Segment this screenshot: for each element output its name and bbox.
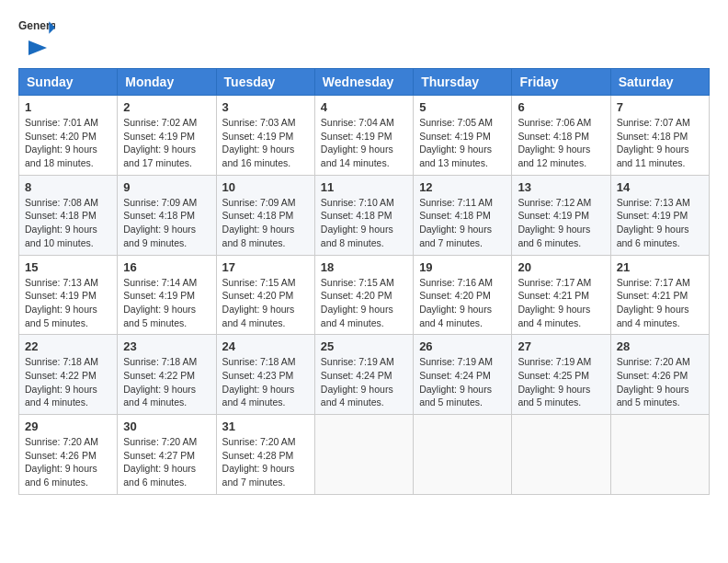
sunset-label: Sunset: 4:19 PM bbox=[222, 131, 294, 142]
calendar-cell: 13 Sunrise: 7:12 AM Sunset: 4:19 PM Dayl… bbox=[512, 175, 610, 255]
sunset-label: Sunset: 4:26 PM bbox=[25, 450, 97, 461]
sunrise-label: Sunrise: 7:09 AM bbox=[222, 197, 296, 208]
sunrise-label: Sunrise: 7:04 AM bbox=[321, 117, 394, 128]
sunset-label: Sunset: 4:19 PM bbox=[617, 210, 688, 221]
logo-icon: General bbox=[18, 18, 55, 37]
sunset-label: Sunset: 4:20 PM bbox=[222, 290, 294, 301]
daylight-label: Daylight: 9 hours and 6 minutes. bbox=[617, 224, 689, 248]
sunrise-label: Sunrise: 7:18 AM bbox=[25, 356, 98, 367]
day-info: Sunrise: 7:15 AM Sunset: 4:20 PM Dayligh… bbox=[222, 276, 309, 330]
sunrise-label: Sunrise: 7:10 AM bbox=[321, 197, 394, 208]
logo-flag-icon bbox=[25, 39, 51, 59]
sunrise-label: Sunrise: 7:15 AM bbox=[321, 277, 394, 288]
sunset-label: Sunset: 4:24 PM bbox=[321, 370, 392, 381]
day-info: Sunrise: 7:19 AM Sunset: 4:24 PM Dayligh… bbox=[419, 355, 506, 409]
calendar-cell: 7 Sunrise: 7:07 AM Sunset: 4:18 PM Dayli… bbox=[610, 96, 709, 176]
day-number: 14 bbox=[617, 180, 703, 194]
calendar-cell: 28 Sunrise: 7:20 AM Sunset: 4:26 PM Dayl… bbox=[610, 335, 709, 415]
day-info: Sunrise: 7:20 AM Sunset: 4:27 PM Dayligh… bbox=[123, 435, 210, 489]
day-info: Sunrise: 7:11 AM Sunset: 4:18 PM Dayligh… bbox=[419, 196, 506, 250]
sunrise-label: Sunrise: 7:06 AM bbox=[518, 117, 591, 128]
day-info: Sunrise: 7:20 AM Sunset: 4:28 PM Dayligh… bbox=[222, 435, 309, 489]
sunset-label: Sunset: 4:23 PM bbox=[222, 370, 294, 381]
day-number: 2 bbox=[123, 100, 210, 114]
day-info: Sunrise: 7:03 AM Sunset: 4:19 PM Dayligh… bbox=[222, 116, 309, 170]
day-info: Sunrise: 7:01 AM Sunset: 4:20 PM Dayligh… bbox=[25, 116, 111, 170]
day-number: 18 bbox=[321, 260, 407, 274]
daylight-label: Daylight: 9 hours and 13 minutes. bbox=[419, 144, 492, 168]
calendar-cell bbox=[414, 415, 512, 495]
sunset-label: Sunset: 4:26 PM bbox=[617, 370, 688, 381]
sunrise-label: Sunrise: 7:20 AM bbox=[123, 436, 197, 447]
day-number: 6 bbox=[518, 100, 604, 114]
sunrise-label: Sunrise: 7:14 AM bbox=[123, 277, 197, 288]
calendar-cell: 15 Sunrise: 7:13 AM Sunset: 4:19 PM Dayl… bbox=[19, 255, 118, 335]
calendar-cell: 5 Sunrise: 7:05 AM Sunset: 4:19 PM Dayli… bbox=[414, 96, 512, 176]
sunset-label: Sunset: 4:18 PM bbox=[419, 210, 491, 221]
calendar-week-1: 1 Sunrise: 7:01 AM Sunset: 4:20 PM Dayli… bbox=[19, 96, 710, 176]
day-number: 26 bbox=[419, 339, 506, 353]
sunrise-label: Sunrise: 7:05 AM bbox=[419, 117, 493, 128]
daylight-label: Daylight: 9 hours and 4 minutes. bbox=[518, 304, 590, 328]
calendar-header-tuesday: Tuesday bbox=[216, 69, 314, 96]
calendar-cell: 18 Sunrise: 7:15 AM Sunset: 4:20 PM Dayl… bbox=[314, 255, 413, 335]
sunrise-label: Sunrise: 7:08 AM bbox=[25, 197, 98, 208]
calendar-header-row: SundayMondayTuesdayWednesdayThursdayFrid… bbox=[19, 69, 710, 96]
daylight-label: Daylight: 9 hours and 5 minutes. bbox=[123, 304, 196, 328]
day-number: 29 bbox=[25, 419, 111, 433]
daylight-label: Daylight: 9 hours and 8 minutes. bbox=[222, 224, 295, 248]
daylight-label: Daylight: 9 hours and 7 minutes. bbox=[419, 224, 492, 248]
daylight-label: Daylight: 9 hours and 12 minutes. bbox=[518, 144, 590, 168]
day-info: Sunrise: 7:07 AM Sunset: 4:18 PM Dayligh… bbox=[617, 116, 703, 170]
day-number: 16 bbox=[123, 260, 210, 274]
day-number: 12 bbox=[419, 180, 506, 194]
sunrise-label: Sunrise: 7:17 AM bbox=[617, 277, 690, 288]
daylight-label: Daylight: 9 hours and 4 minutes. bbox=[222, 384, 295, 408]
calendar-cell: 3 Sunrise: 7:03 AM Sunset: 4:19 PM Dayli… bbox=[216, 96, 314, 176]
daylight-label: Daylight: 9 hours and 5 minutes. bbox=[419, 384, 492, 408]
calendar-cell: 19 Sunrise: 7:16 AM Sunset: 4:20 PM Dayl… bbox=[414, 255, 512, 335]
sunrise-label: Sunrise: 7:09 AM bbox=[123, 197, 197, 208]
sunset-label: Sunset: 4:19 PM bbox=[321, 131, 392, 142]
sunrise-label: Sunrise: 7:13 AM bbox=[25, 277, 98, 288]
day-info: Sunrise: 7:14 AM Sunset: 4:19 PM Dayligh… bbox=[123, 276, 210, 330]
svg-marker-2 bbox=[28, 40, 47, 55]
daylight-label: Daylight: 9 hours and 4 minutes. bbox=[123, 384, 196, 408]
calendar-table: SundayMondayTuesdayWednesdayThursdayFrid… bbox=[18, 68, 710, 495]
day-number: 7 bbox=[617, 100, 703, 114]
sunrise-label: Sunrise: 7:01 AM bbox=[25, 117, 98, 128]
sunset-label: Sunset: 4:18 PM bbox=[321, 210, 392, 221]
sunset-label: Sunset: 4:22 PM bbox=[123, 370, 195, 381]
daylight-label: Daylight: 9 hours and 4 minutes. bbox=[617, 304, 689, 328]
day-number: 1 bbox=[25, 100, 111, 114]
daylight-label: Daylight: 9 hours and 17 minutes. bbox=[123, 144, 196, 168]
calendar-header-wednesday: Wednesday bbox=[314, 69, 413, 96]
daylight-label: Daylight: 9 hours and 6 minutes. bbox=[123, 463, 196, 488]
calendar-cell: 30 Sunrise: 7:20 AM Sunset: 4:27 PM Dayl… bbox=[118, 415, 216, 495]
sunset-label: Sunset: 4:19 PM bbox=[419, 131, 491, 142]
day-info: Sunrise: 7:15 AM Sunset: 4:20 PM Dayligh… bbox=[321, 276, 407, 330]
calendar-cell bbox=[512, 415, 610, 495]
day-info: Sunrise: 7:19 AM Sunset: 4:24 PM Dayligh… bbox=[321, 355, 407, 409]
day-number: 9 bbox=[123, 180, 210, 194]
day-info: Sunrise: 7:16 AM Sunset: 4:20 PM Dayligh… bbox=[419, 276, 506, 330]
sunset-label: Sunset: 4:20 PM bbox=[419, 290, 491, 301]
calendar-cell: 4 Sunrise: 7:04 AM Sunset: 4:19 PM Dayli… bbox=[314, 96, 413, 176]
sunrise-label: Sunrise: 7:12 AM bbox=[518, 197, 591, 208]
sunrise-label: Sunrise: 7:17 AM bbox=[518, 277, 591, 288]
day-info: Sunrise: 7:20 AM Sunset: 4:26 PM Dayligh… bbox=[25, 435, 111, 489]
sunset-label: Sunset: 4:20 PM bbox=[25, 131, 97, 142]
day-info: Sunrise: 7:19 AM Sunset: 4:25 PM Dayligh… bbox=[518, 355, 604, 409]
day-number: 23 bbox=[123, 339, 210, 353]
calendar-cell: 9 Sunrise: 7:09 AM Sunset: 4:18 PM Dayli… bbox=[118, 175, 216, 255]
calendar-cell bbox=[314, 415, 413, 495]
calendar-cell: 1 Sunrise: 7:01 AM Sunset: 4:20 PM Dayli… bbox=[19, 96, 118, 176]
calendar-cell: 17 Sunrise: 7:15 AM Sunset: 4:20 PM Dayl… bbox=[216, 255, 314, 335]
sunset-label: Sunset: 4:18 PM bbox=[617, 131, 688, 142]
day-number: 27 bbox=[518, 339, 604, 353]
calendar-cell: 27 Sunrise: 7:19 AM Sunset: 4:25 PM Dayl… bbox=[512, 335, 610, 415]
day-number: 15 bbox=[25, 260, 111, 274]
daylight-label: Daylight: 9 hours and 4 minutes. bbox=[321, 384, 393, 408]
day-info: Sunrise: 7:05 AM Sunset: 4:19 PM Dayligh… bbox=[419, 116, 506, 170]
day-number: 20 bbox=[518, 260, 604, 274]
